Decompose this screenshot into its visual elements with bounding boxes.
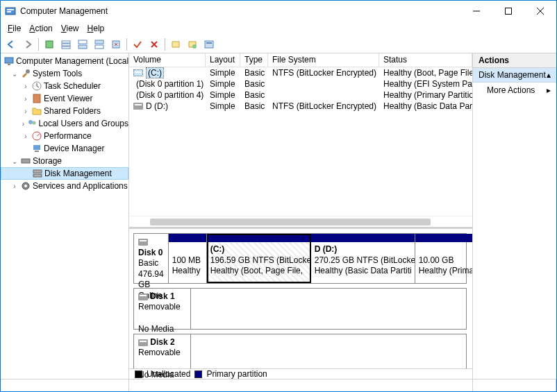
- disk-label[interactable]: Disk 1 Removable No Media: [134, 289, 191, 329]
- clock-icon: [31, 80, 42, 92]
- svg-rect-16: [172, 42, 179, 47]
- partition-d[interactable]: D (D:)270.25 GB NTFS (BitLockeHealthy (B…: [311, 234, 415, 283]
- chevron-right-icon: ▸: [547, 85, 551, 95]
- disk-graphical-view: Disk 0 Basic 476.94 GB Online 100 MBHeal…: [129, 227, 472, 379]
- tree-disk-management[interactable]: Disk Management: [1, 167, 128, 180]
- legend-label: Unallocated: [147, 369, 190, 379]
- horizontal-scrollbar[interactable]: [129, 216, 472, 227]
- menu-help[interactable]: Help: [83, 22, 109, 35]
- device-icon: [31, 143, 42, 154]
- tree-performance[interactable]: › Performance: [1, 130, 128, 142]
- expand-icon[interactable]: ›: [10, 182, 19, 190]
- svg-rect-33: [33, 170, 42, 173]
- partition[interactable]: 100 MBHealthy: [169, 234, 207, 283]
- svg-rect-25: [33, 94, 40, 103]
- menu-action[interactable]: Action: [25, 22, 56, 35]
- tree-root[interactable]: Computer Management (Local: [1, 55, 128, 67]
- view-bottom-button[interactable]: [92, 37, 107, 52]
- rescan-button[interactable]: [168, 37, 183, 52]
- disk-row: Disk 0 Basic 476.94 GB Online 100 MBHeal…: [133, 233, 467, 284]
- volume-row[interactable]: (C:) Simple Basic NTFS (BitLocker Encryp…: [129, 67, 472, 78]
- actions-node[interactable]: Disk Management ▴: [473, 68, 556, 83]
- legend-label: Primary partition: [206, 369, 267, 379]
- col-volume[interactable]: Volume: [129, 53, 206, 67]
- tree-local-users[interactable]: › Local Users and Groups: [1, 117, 128, 130]
- actions-header: Actions: [473, 53, 556, 68]
- expand-icon[interactable]: ›: [22, 108, 30, 115]
- disk-icon: [32, 168, 43, 179]
- actions-more[interactable]: More Actions ▸: [473, 83, 556, 98]
- svg-rect-22: [8, 64, 10, 65]
- refresh-button[interactable]: [42, 37, 57, 52]
- window-title: Computer Management: [20, 6, 460, 16]
- volume-row[interactable]: (Disk 0 partition 1) Simple Basic Health…: [129, 78, 472, 90]
- svg-point-32: [28, 160, 29, 162]
- view-list-button[interactable]: [58, 37, 74, 52]
- status-bar: [1, 379, 556, 391]
- disk-empty: [191, 334, 466, 368]
- main-area: Computer Management (Local ⌄ System Tool…: [1, 53, 556, 379]
- properties-button[interactable]: [185, 37, 200, 52]
- tree-event-viewer[interactable]: › Event Viewer: [1, 92, 128, 105]
- expand-icon[interactable]: ›: [22, 120, 25, 128]
- toolbar-separator: [126, 38, 127, 51]
- svg-point-23: [26, 69, 30, 74]
- folder-icon: [31, 105, 42, 117]
- svg-rect-11: [78, 40, 87, 44]
- col-type[interactable]: Type: [240, 53, 268, 67]
- legend-swatch-unallocated: [135, 370, 142, 378]
- svg-rect-4: [506, 8, 512, 15]
- svg-point-18: [192, 44, 197, 49]
- col-fs[interactable]: File System: [268, 53, 379, 67]
- menu-file[interactable]: File: [3, 22, 25, 35]
- center-pane: Volume Layout Type File System Status (C…: [129, 53, 473, 379]
- tree-storage[interactable]: ⌄ Storage: [1, 155, 128, 167]
- volume-row[interactable]: D (D:) Simple Basic NTFS (BitLocker Encr…: [129, 101, 472, 112]
- disk-label[interactable]: Disk 2 Removable No Media: [134, 334, 191, 368]
- tree-device-manager[interactable]: Device Manager: [1, 142, 128, 155]
- app-icon: [5, 6, 16, 17]
- disk-icon: [138, 239, 148, 246]
- volume-row[interactable]: (Disk 0 partition 4) Simple Basic Health…: [129, 90, 472, 101]
- partition[interactable]: 10.00 GBHealthy (Primary P: [415, 234, 472, 283]
- toolbar-separator: [38, 38, 39, 51]
- col-layout[interactable]: Layout: [206, 53, 240, 67]
- col-status[interactable]: Status: [379, 53, 472, 67]
- expand-icon[interactable]: ›: [22, 95, 30, 103]
- check-button[interactable]: [130, 37, 145, 52]
- expand-icon[interactable]: ⌄: [10, 157, 19, 165]
- tree-services[interactable]: › Services and Applications: [1, 180, 128, 192]
- maximize-button[interactable]: [492, 1, 524, 22]
- tree-task-scheduler[interactable]: › Task Scheduler: [1, 80, 128, 92]
- nav-tree: Computer Management (Local ⌄ System Tool…: [1, 53, 129, 379]
- settings-button[interactable]: [108, 37, 124, 52]
- expand-icon[interactable]: ›: [22, 133, 30, 140]
- close-button[interactable]: [524, 1, 556, 22]
- help-button[interactable]: [201, 37, 217, 52]
- expand-icon[interactable]: ›: [22, 83, 30, 90]
- svg-rect-19: [205, 41, 213, 48]
- actions-pane: Actions Disk Management ▴ More Actions ▸: [473, 53, 556, 379]
- svg-rect-12: [78, 45, 87, 49]
- svg-rect-1: [7, 9, 14, 10]
- tree-system-tools[interactable]: ⌄ System Tools: [1, 67, 128, 80]
- svg-rect-34: [33, 174, 42, 177]
- volume-list: (C:) Simple Basic NTFS (BitLocker Encryp…: [129, 67, 472, 227]
- drive-icon: [133, 69, 143, 76]
- collapse-icon: ▴: [547, 70, 551, 80]
- menu-view[interactable]: View: [57, 22, 83, 35]
- svg-rect-29: [33, 145, 40, 150]
- nav-forward-button[interactable]: [20, 37, 35, 52]
- disk-label[interactable]: Disk 0 Basic 476.94 GB Online: [134, 234, 169, 283]
- svg-rect-30: [35, 151, 39, 152]
- partition-c[interactable]: (C:)196.59 GB NTFS (BitLockeHealthy (Boo…: [207, 234, 311, 283]
- view-top-button[interactable]: [75, 37, 90, 52]
- expand-icon[interactable]: ⌄: [10, 70, 19, 78]
- storage-icon: [20, 155, 31, 167]
- nav-back-button[interactable]: [3, 37, 19, 52]
- toolbar-separator: [165, 38, 165, 51]
- delete-button[interactable]: [147, 37, 162, 52]
- minimize-button[interactable]: [460, 1, 492, 22]
- tree-shared-folders[interactable]: › Shared Folders: [1, 105, 128, 117]
- svg-rect-7: [46, 41, 53, 48]
